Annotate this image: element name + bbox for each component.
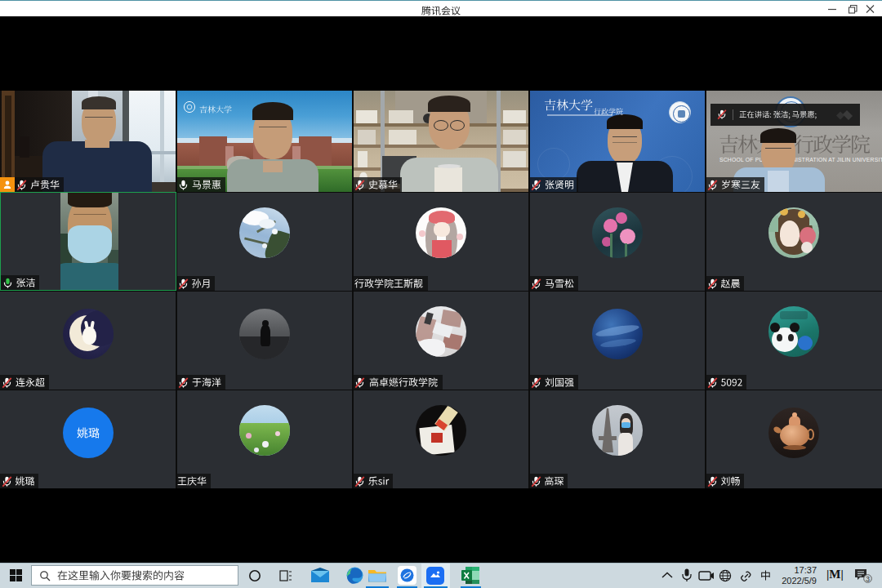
svg-text:3: 3 [866, 575, 870, 583]
